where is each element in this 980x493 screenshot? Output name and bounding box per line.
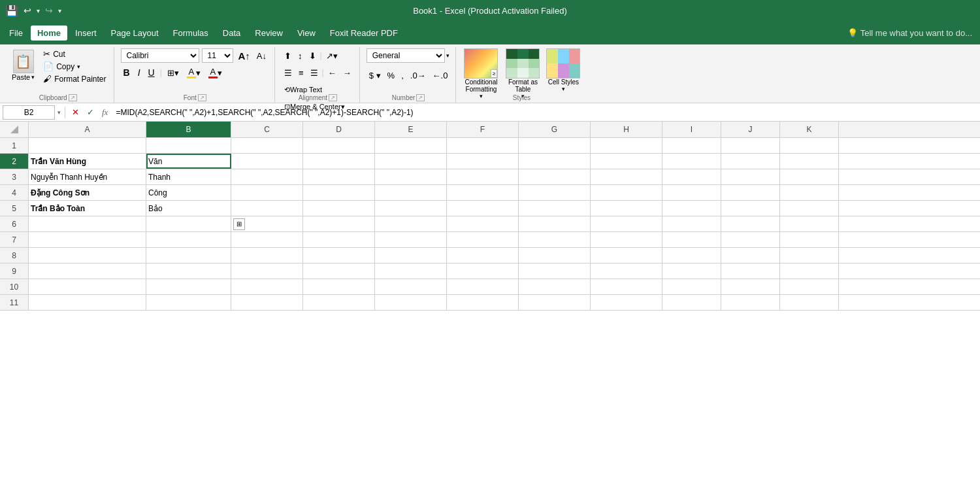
cell-styles-dropdown[interactable]: ▾ [562, 86, 565, 92]
search-text[interactable]: Tell me what you want to do... [860, 28, 972, 38]
row-header-9[interactable]: 9 [0, 264, 29, 279]
cell-e4[interactable] [375, 185, 447, 200]
cell-g1[interactable] [519, 138, 591, 153]
increase-indent-button[interactable]: → [340, 65, 354, 80]
col-header-k[interactable]: K [780, 122, 839, 137]
cell-b8[interactable] [146, 248, 231, 263]
menu-insert[interactable]: Insert [69, 26, 103, 41]
cell-i3[interactable] [662, 169, 721, 184]
cell-b7[interactable] [146, 232, 231, 247]
cell-h8[interactable] [591, 248, 662, 263]
font-grow-button[interactable]: A↑ [236, 48, 253, 63]
cell-a6[interactable] [29, 216, 146, 231]
cell-d11[interactable] [303, 295, 375, 310]
cell-f2[interactable] [447, 154, 519, 169]
cell-i9[interactable] [662, 264, 721, 279]
cell-b11[interactable] [146, 295, 231, 310]
decrease-indent-button[interactable]: ← [325, 65, 339, 80]
cell-a9[interactable] [29, 264, 146, 279]
number-format-dropdown-icon[interactable]: ▾ [446, 52, 449, 59]
cell-g5[interactable] [519, 201, 591, 216]
cell-f8[interactable] [447, 248, 519, 263]
cell-k5[interactable] [780, 201, 839, 216]
cut-button[interactable]: ✂ Cut [41, 48, 108, 60]
cell-c4[interactable] [231, 185, 303, 200]
cell-i1[interactable] [662, 138, 721, 153]
cell-f3[interactable] [447, 169, 519, 184]
cell-f11[interactable] [447, 295, 519, 310]
col-header-h[interactable]: H [591, 122, 662, 137]
cell-h9[interactable] [591, 264, 662, 279]
cell-j5[interactable] [721, 201, 780, 216]
alignment-dialog-launcher[interactable]: ↗ [329, 94, 337, 101]
font-dialog-launcher[interactable]: ↗ [198, 94, 206, 101]
cell-e9[interactable] [375, 264, 447, 279]
cell-h3[interactable] [591, 169, 662, 184]
align-center-button[interactable]: ≡ [296, 65, 306, 80]
cell-i4[interactable] [662, 185, 721, 200]
cancel-formula-button[interactable]: ✕ [69, 107, 82, 117]
cell-j6[interactable] [721, 216, 780, 231]
menu-review[interactable]: Review [248, 26, 289, 41]
cell-k7[interactable] [780, 232, 839, 247]
cell-e11[interactable] [375, 295, 447, 310]
cell-j8[interactable] [721, 248, 780, 263]
col-header-b[interactable]: B [146, 122, 231, 137]
borders-button[interactable]: ⊞▾ [165, 65, 182, 80]
cell-a4[interactable]: Đặng Công Sơn [29, 185, 146, 200]
cell-k11[interactable] [780, 295, 839, 310]
row-header-7[interactable]: 7 [0, 232, 29, 248]
row-header-5[interactable]: 5 [0, 201, 29, 216]
undo-icon[interactable]: ↩ [24, 5, 31, 16]
row-header-11[interactable]: 11 [0, 295, 29, 311]
insert-function-button[interactable]: fx [99, 107, 110, 118]
menu-data[interactable]: Data [216, 26, 247, 41]
row-header-10[interactable]: 10 [0, 279, 29, 295]
cell-e5[interactable] [375, 201, 447, 216]
redo-icon[interactable]: ↪ [45, 5, 53, 16]
col-header-j[interactable]: J [721, 122, 780, 137]
merge-center-dropdown-icon[interactable]: ▾ [341, 103, 345, 111]
cell-e8[interactable] [375, 248, 447, 263]
align-middle-button[interactable]: ↕ [295, 48, 305, 63]
undo-dropdown-icon[interactable]: ▾ [37, 7, 40, 14]
col-header-f[interactable]: F [447, 122, 519, 137]
cell-c9[interactable] [231, 264, 303, 279]
cell-j9[interactable] [721, 264, 780, 279]
quick-access-dropdown-icon[interactable]: ▾ [58, 7, 61, 14]
cell-f4[interactable] [447, 185, 519, 200]
cell-g7[interactable] [519, 232, 591, 247]
menu-view[interactable]: View [291, 26, 322, 41]
cell-b2[interactable]: Văn [146, 154, 231, 169]
cell-j3[interactable] [721, 169, 780, 184]
cell-c1[interactable] [231, 138, 303, 153]
number-dialog-launcher[interactable]: ↗ [416, 94, 425, 101]
cell-d10[interactable] [303, 279, 375, 294]
cell-b4[interactable]: Công [146, 185, 231, 200]
accounting-button[interactable]: $ ▾ [367, 68, 384, 82]
angle-text-button[interactable]: ↗▾ [323, 48, 340, 63]
cell-k2[interactable] [780, 154, 839, 169]
cell-g8[interactable] [519, 248, 591, 263]
menu-foxit[interactable]: Foxit Reader PDF [323, 26, 404, 41]
cell-d8[interactable] [303, 248, 375, 263]
cell-h1[interactable] [591, 138, 662, 153]
cell-k4[interactable] [780, 185, 839, 200]
cell-f7[interactable] [447, 232, 519, 247]
cell-styles-button[interactable]: Cell Styles ▾ [546, 48, 580, 92]
cell-a11[interactable] [29, 295, 146, 310]
cell-h5[interactable] [591, 201, 662, 216]
cell-d9[interactable] [303, 264, 375, 279]
cell-i10[interactable] [662, 279, 721, 294]
cell-k9[interactable] [780, 264, 839, 279]
cell-k1[interactable] [780, 138, 839, 153]
cell-g6[interactable] [519, 216, 591, 231]
cell-f6[interactable] [447, 216, 519, 231]
fill-color-button[interactable]: A ▾ [184, 65, 203, 80]
cell-c5[interactable] [231, 201, 303, 216]
copy-dropdown-icon[interactable]: ▾ [77, 63, 80, 70]
cell-d6[interactable] [303, 216, 375, 231]
row-header-3[interactable]: 3 [0, 169, 29, 185]
cell-e1[interactable] [375, 138, 447, 153]
cell-a2[interactable]: Trần Văn Hùng [29, 154, 146, 169]
